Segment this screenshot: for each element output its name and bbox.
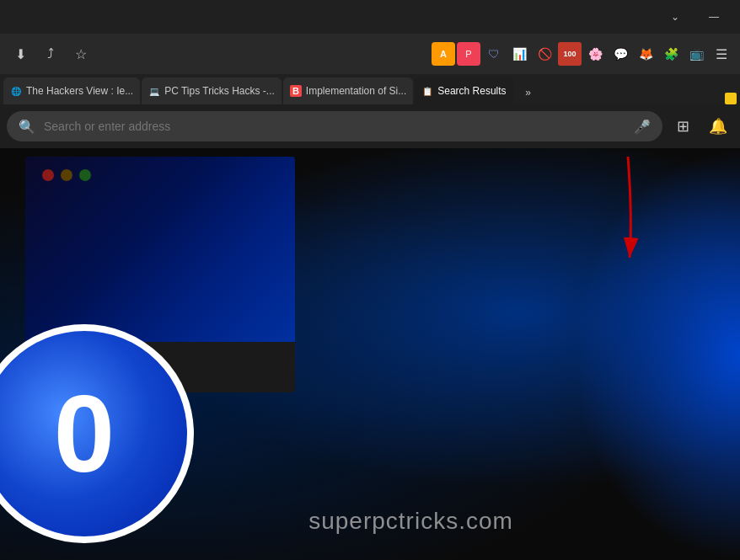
- save-page-button[interactable]: ⬇: [7, 40, 34, 67]
- tab-label-hackers-view: The Hackers View : Ie...: [26, 85, 133, 97]
- tabs-bar: 🌐 The Hackers View : Ie... 💻 PC Tips Tri…: [0, 74, 740, 104]
- address-bar-row: 🔍 🎤 ⊞ 🔔: [0, 104, 740, 148]
- firefox-icon[interactable]: 🦊: [634, 42, 657, 66]
- toolbar: ⬇ ⤴ ☆ A P 🛡 📊 🚫 100 🌸 💬 🦊 🧩 📺 ☰: [0, 34, 740, 74]
- puzzle-ext-icon[interactable]: 🧩: [659, 42, 683, 66]
- tab-menu-button[interactable]: ☰: [710, 42, 733, 66]
- collapse-button[interactable]: ⌄: [656, 3, 694, 30]
- share-button[interactable]: ⤴: [37, 40, 64, 67]
- netspeed-ext-icon[interactable]: 📊: [507, 42, 531, 66]
- tab-label-search-results: Search Results: [437, 85, 506, 97]
- tab-hackers-view[interactable]: 🌐 The Hackers View : Ie...: [3, 77, 140, 104]
- tab-favicon-hackers-view: 🌐: [10, 85, 22, 97]
- chat-ext-icon[interactable]: 💬: [609, 42, 632, 66]
- ublock-ext-icon[interactable]: 🚫: [533, 42, 556, 66]
- address-bar[interactable]: 🔍 🎤: [7, 111, 662, 141]
- tab-label-implementation: Implementation of Si...: [306, 85, 406, 97]
- right-glow: [571, 148, 740, 560]
- bookmark-button[interactable]: ☆: [67, 40, 94, 67]
- pocket-ext-icon[interactable]: P: [457, 42, 480, 66]
- fps100-ext-icon[interactable]: 100: [558, 42, 582, 66]
- tab-pc-tips[interactable]: 💻 PC Tips Tricks Hacks -...: [142, 77, 282, 104]
- tab-favicon-pc-tips: 💻: [148, 85, 160, 97]
- search-icon: 🔍: [19, 119, 35, 135]
- light-green: [79, 169, 91, 181]
- tabs-overflow-button[interactable]: »: [517, 81, 540, 104]
- main-content: 0 superpctricks.com: [0, 148, 740, 560]
- tab-label-pc-tips: PC Tips Tricks Hacks -...: [164, 85, 275, 97]
- new-tab-button[interactable]: ⊞: [668, 111, 698, 141]
- tab-implementation[interactable]: B Implementation of Si...: [283, 77, 413, 104]
- address-input[interactable]: [44, 120, 625, 133]
- monitor-lights: [25, 157, 295, 194]
- tab-favicon-yellow: [725, 93, 737, 104]
- light-red: [42, 169, 54, 181]
- light-amber: [61, 169, 72, 181]
- tab-favicon-implementation: B: [290, 85, 302, 97]
- blue-circle-number: 0: [54, 379, 115, 488]
- cast-button[interactable]: 📺: [684, 42, 708, 66]
- title-bar: ⌄ —: [0, 0, 740, 34]
- extension-icons: A P 🛡 📊 🚫 100 🌸 💬 🦊 🧩 📺 ☰: [432, 42, 733, 66]
- watermark-text: superpctricks.com: [308, 508, 513, 535]
- monitor-screen: [25, 157, 295, 342]
- amazon-ext-icon[interactable]: A: [432, 42, 455, 66]
- tab-search-results[interactable]: 📋 Search Results: [415, 77, 512, 104]
- minimize-button[interactable]: —: [694, 3, 733, 30]
- microphone-icon[interactable]: 🎤: [634, 119, 651, 135]
- notifications-button[interactable]: 🔔: [703, 111, 733, 141]
- pink-ext-icon[interactable]: 🌸: [583, 42, 607, 66]
- vpn-ext-icon[interactable]: 🛡: [482, 42, 506, 66]
- tab-favicon-search-results: 📋: [421, 85, 433, 97]
